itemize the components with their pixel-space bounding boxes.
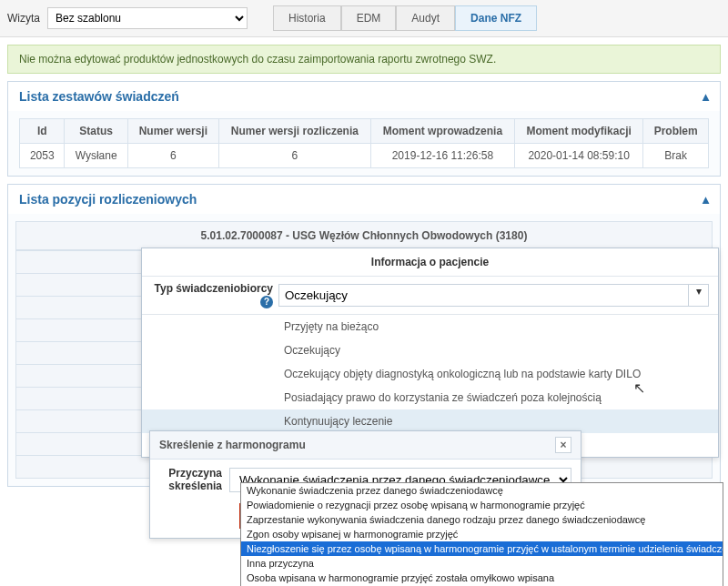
reason-option-3[interactable]: Zgon osoby wpisanej w harmonogramie przy… [241,527,723,541]
services-table: Id Status Numer wersji Numer wersji rozl… [19,118,709,168]
table-row[interactable]: 2053 Wysłane 6 6 2019-12-16 11:26:58 202… [20,144,709,168]
schedule-popup-title: Skreślenie z harmonogramu [159,439,306,451]
list-panel-title: Lista zestawów świadczeń [19,89,179,104]
tab-audyt[interactable]: Audyt [396,5,455,31]
reason-option-1[interactable]: Powiadomienie o rezygnacji przez osobę w… [241,498,723,512]
tab-edm[interactable]: EDM [341,5,397,31]
th-moment-wprow: Moment wprowadzenia [370,119,514,144]
top-tabs: Historia EDM Audyt Dane NFZ [273,5,537,31]
tab-dane-nfz[interactable]: Dane NFZ [455,5,537,31]
patient-popup-title: Informacja o pacjencie [142,248,718,277]
reason-label: Przyczyna skreślenia [159,467,229,492]
option-oczekujacy[interactable]: Oczekujący [142,338,718,362]
template-select[interactable]: Bez szablonu [47,7,248,29]
reason-option-0[interactable]: Wykonanie świadczenia przez danego świad… [241,483,723,498]
reason-option-4[interactable]: Niezgłoszenie się przez osobę wpisaną w … [241,541,723,556]
th-numer-wersji: Numer wersji [127,119,218,144]
th-id: Id [20,119,65,144]
option-oczekujacy-dilo[interactable]: Oczekujący objęty diagnostyką onkologicz… [142,362,718,386]
option-poza-kolejnoscia[interactable]: Posiadający prawo do korzystania ze świa… [142,386,718,409]
collapse-icon[interactable]: ▴ [703,192,709,207]
collapse-icon[interactable]: ▴ [703,89,709,104]
reason-dropdown: Wykonanie świadczenia przez danego świad… [240,482,723,586]
th-status: Status [65,119,127,144]
option-przyjety-biezaco[interactable]: Przyjęty na bieżąco [142,315,718,338]
list-panel: Lista zestawów świadczeń ▴ Id Status Num… [7,81,721,177]
close-icon[interactable]: × [555,437,571,453]
top-bar: Wizyta Bez szablonu Historia EDM Audyt D… [0,0,728,37]
reason-option-5[interactable]: Inna przyczyna [241,556,723,571]
service-title: 5.01.02.7000087 - USG Węzłów Chłonnych O… [15,221,713,250]
reason-option-6[interactable]: Osoba wpisana w harmonogramie przyjęć zo… [241,571,723,585]
beneficiary-type-input[interactable] [278,284,689,307]
th-problem: Problem [643,119,709,144]
reason-option-2[interactable]: Zaprzestanie wykonywania świadczenia dan… [241,512,723,527]
help-icon[interactable]: ? [260,296,273,308]
billing-panel-title: Lista pozycji rozliczeniowych [19,192,197,207]
dropdown-toggle[interactable]: ▾ [689,284,709,307]
th-numer-wersji-rozl: Numer wersji rozliczenia [218,119,370,144]
th-moment-modyf: Moment modyfikacji [514,119,642,144]
beneficiary-type-label: Typ świadczeniobiorcy ? [151,282,278,308]
tab-historia[interactable]: Historia [273,5,341,31]
patient-info-popup: Informacja o pacjencie Typ świadczeniobi… [141,248,719,458]
notice-bar: Nie można edytować produktów jednostkowy… [7,45,721,74]
visit-label: Wizyta [7,12,40,25]
